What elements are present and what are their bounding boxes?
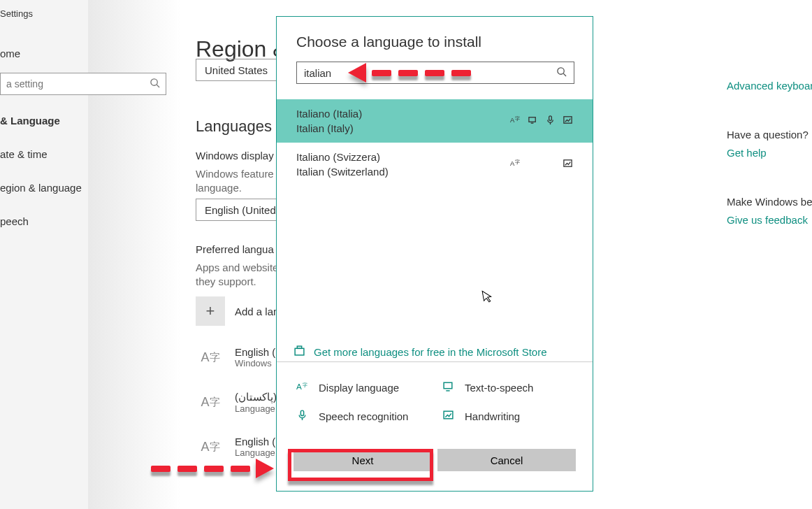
svg-text:A: A — [296, 382, 302, 391]
result-native: Italiano (Svizzera) — [296, 151, 389, 163]
ms-store-link[interactable]: Get more languages for free in the Micro… — [293, 345, 547, 359]
display-language-sub2: language. — [196, 182, 242, 194]
svg-rect-18 — [444, 382, 452, 389]
preferred-languages-sub1: Apps and website — [196, 261, 278, 273]
svg-rect-8 — [549, 116, 552, 121]
settings-title: Settings — [0, 8, 33, 19]
display-language-icon: A字 — [296, 380, 309, 395]
have-question-label: Have a question? — [727, 129, 809, 141]
arrow-right-icon — [256, 459, 274, 478]
svg-text:字: 字 — [303, 382, 307, 388]
language-result-italian-switzerland[interactable]: Italiano (Svizzera) Italian (Switzerland… — [277, 143, 593, 186]
svg-rect-20 — [300, 410, 303, 415]
cancel-button[interactable]: Cancel — [437, 449, 576, 471]
result-english: Italian (Switzerland) — [296, 166, 389, 178]
svg-line-3 — [563, 73, 566, 76]
feature-label: Text-to-speech — [465, 382, 533, 394]
languages-header: Languages — [196, 117, 272, 136]
svg-point-2 — [558, 68, 564, 74]
language-result-list: Italiano (Italia) Italian (Italy) A字 Ita… — [277, 99, 593, 186]
feature-handwriting: Handwriting — [442, 409, 574, 424]
language-row-0[interactable]: A字 English (UWindows — [196, 343, 283, 372]
language-glyph-icon: A字 — [196, 343, 225, 372]
preferred-languages-sub2: they support. — [196, 275, 256, 287]
result-feature-icons: A字 — [510, 115, 573, 127]
display-language-value: English (United — [205, 204, 276, 216]
language-search-input-wrap[interactable] — [296, 62, 574, 84]
display-language-sub1: Windows feature — [196, 168, 274, 180]
feature-text-to-speech: Text-to-speech — [442, 380, 574, 395]
plus-icon: + — [196, 296, 225, 326]
settings-home[interactable]: ome — [0, 48, 20, 59]
display-language-icon: A字 — [510, 115, 521, 127]
add-language-label: Add a lan — [235, 306, 279, 317]
svg-rect-13 — [564, 160, 572, 166]
make-windows-better-label: Make Windows be — [727, 196, 812, 208]
language-glyph-icon: A字 — [196, 432, 225, 461]
search-icon — [150, 78, 160, 90]
feature-speech-recognition: Speech recognition — [296, 409, 428, 424]
feature-label: Speech recognition — [319, 410, 408, 422]
display-language-icon: A字 — [510, 158, 521, 171]
svg-rect-6 — [529, 117, 535, 122]
language-name: (پاکستان) — [235, 391, 277, 403]
result-english: Italian (Italy) — [296, 122, 362, 134]
display-language-label: Windows display — [196, 150, 274, 162]
language-row-2[interactable]: A字 English (InLanguage — [196, 432, 284, 461]
result-feature-icons: A字 — [510, 158, 573, 171]
language-result-italian-italy[interactable]: Italiano (Italia) Italian (Italy) A字 — [277, 99, 593, 143]
svg-text:字: 字 — [515, 116, 520, 121]
language-search-input[interactable] — [304, 67, 556, 79]
language-sub: Language — [235, 403, 277, 414]
language-glyph-icon: A字 — [196, 387, 225, 417]
svg-text:字: 字 — [515, 159, 520, 164]
sidebar-item-speech[interactable]: peech — [0, 215, 29, 227]
feature-display-language: A字 Display language — [296, 380, 428, 395]
search-settings-input-wrap[interactable] — [0, 73, 166, 95]
sidebar-item-time-language[interactable]: & Language — [0, 115, 60, 127]
speech-recognition-icon — [545, 115, 556, 127]
advanced-keyboard-link[interactable]: Advanced keyboar — [727, 80, 812, 92]
handwriting-icon — [442, 409, 455, 424]
store-icon — [293, 345, 305, 359]
language-row-1[interactable]: A字 (پاکستان)Language — [196, 387, 277, 417]
search-settings-input[interactable] — [6, 78, 150, 89]
install-language-dialog: Choose a language to install Italiano (I… — [276, 16, 593, 492]
result-native: Italiano (Italia) — [296, 108, 362, 120]
svg-point-0 — [151, 79, 157, 85]
preferred-languages-header: Preferred langua — [196, 243, 274, 255]
handwriting-icon — [563, 115, 573, 127]
dialog-buttons: Next Cancel — [293, 449, 576, 471]
handwriting-icon — [563, 158, 573, 171]
settings-sidebar: Settings ome & Language ate & time egion… — [0, 0, 180, 509]
svg-rect-10 — [564, 117, 572, 123]
give-feedback-link[interactable]: Give us feedback — [727, 214, 808, 226]
dialog-title: Choose a language to install — [296, 34, 481, 50]
dialog-divider — [277, 361, 593, 362]
get-help-link[interactable]: Get help — [727, 147, 767, 159]
next-button[interactable]: Next — [293, 449, 432, 471]
svg-line-1 — [157, 85, 159, 87]
text-to-speech-icon — [442, 380, 455, 395]
feature-label: Handwriting — [465, 410, 520, 422]
text-to-speech-icon — [528, 115, 538, 127]
ms-store-link-label: Get more languages for free in the Micro… — [314, 346, 547, 358]
feature-legend: A字 Display language Text-to-speech Speec… — [296, 380, 574, 424]
sidebar-item-date-time[interactable]: ate & time — [0, 148, 48, 160]
speech-recognition-icon — [296, 409, 309, 424]
svg-rect-22 — [444, 411, 453, 419]
svg-rect-15 — [297, 346, 301, 348]
feature-label: Display language — [319, 382, 399, 394]
add-language-button[interactable]: + Add a lan — [196, 296, 279, 326]
sidebar-item-region-language[interactable]: egion & language — [0, 182, 82, 194]
country-value: United States — [205, 64, 268, 76]
search-icon — [556, 66, 567, 79]
svg-rect-14 — [295, 348, 304, 355]
